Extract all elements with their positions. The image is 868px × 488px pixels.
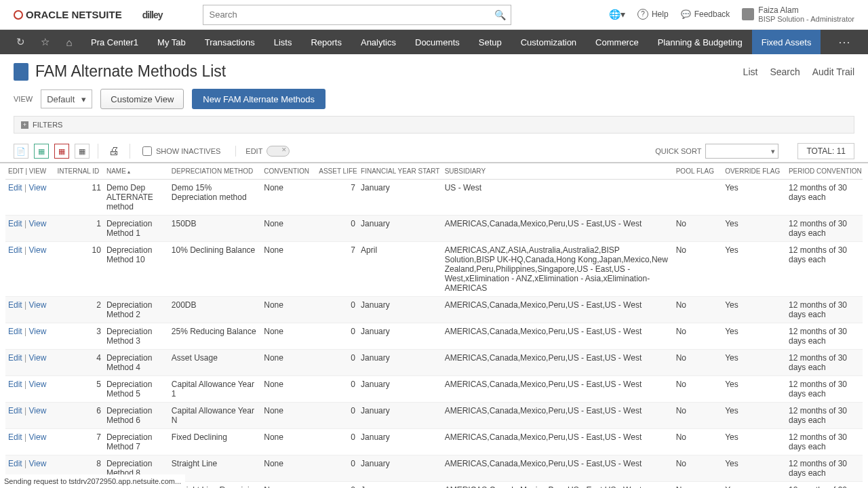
table-row: Edit | View5Depreciation Method 5Capital…: [5, 376, 863, 403]
search-icon[interactable]: 🔍: [494, 9, 506, 20]
nav-item-transactions[interactable]: Transactions: [195, 30, 264, 54]
col-period-convention[interactable]: PERIOD CONVENTION: [786, 163, 863, 180]
total-count: TOTAL: 11: [797, 143, 854, 159]
nav-item-documents[interactable]: Documents: [406, 30, 469, 54]
language-icon[interactable]: 🌐▾: [609, 9, 625, 20]
view-link[interactable]: View: [29, 183, 47, 192]
top-bar: ORACLE NETSUITE dilley 🔍 🌐▾ ?Help 💬Feedb…: [0, 0, 868, 30]
table-row: Edit | View7Depreciation Method 7Fixed D…: [5, 429, 863, 455]
edit-link[interactable]: Edit: [8, 406, 22, 415]
oracle-logo: ORACLE NETSUITE: [14, 9, 122, 20]
export-excel-icon[interactable]: ▦: [75, 144, 90, 159]
nav-item-lists[interactable]: Lists: [264, 30, 302, 54]
export-csv-icon[interactable]: ▦: [34, 144, 49, 159]
chevron-down-icon: ▾: [81, 94, 86, 104]
edit-link[interactable]: Edit: [8, 245, 22, 255]
home-icon[interactable]: ⌂: [57, 37, 81, 48]
col-asset-life[interactable]: ASSET LIFE: [316, 163, 358, 180]
nav-item-customization[interactable]: Customization: [511, 30, 586, 54]
nav-item-commerce[interactable]: Commerce: [586, 30, 648, 54]
expand-icon: +: [21, 121, 28, 129]
col-name[interactable]: NAME: [104, 163, 169, 180]
controls-row: VIEW Default ▾ Customize View New FAM Al…: [0, 86, 868, 116]
nav-more-icon[interactable]: ⋯: [830, 35, 860, 49]
company-logo: dilley: [142, 9, 163, 20]
status-bar: Sending request to tstdrv2072950.app.net…: [0, 474, 185, 488]
col-subsidiary[interactable]: SUBSIDIARY: [442, 163, 673, 180]
view-link[interactable]: View: [29, 353, 47, 363]
user-menu[interactable]: Faiza Alam BISP Solution - Administrator: [742, 5, 854, 24]
nav-item-reports[interactable]: Reports: [301, 30, 351, 54]
view-dropdown[interactable]: Default ▾: [41, 89, 92, 108]
view-link[interactable]: View: [29, 380, 47, 389]
edit-link[interactable]: Edit: [8, 219, 22, 228]
export-pdf-icon[interactable]: ▦: [54, 144, 69, 159]
nav-item-planning-budgeting[interactable]: Planning & Budgeting: [648, 30, 752, 54]
nav-item-analytics[interactable]: Analytics: [351, 30, 406, 54]
table-row: Edit | View4Depreciation Method 4Asset U…: [5, 350, 863, 376]
avatar-icon: [742, 8, 754, 20]
edit-link[interactable]: Edit: [8, 327, 22, 336]
view-link[interactable]: View: [29, 459, 47, 468]
print-icon[interactable]: 🖨: [106, 144, 121, 159]
col-internal-id[interactable]: INTERNAL ID: [54, 163, 103, 180]
nav-bar: ↻ ☆ ⌂ Pra Center1My TabTransactionsLists…: [0, 30, 868, 54]
toggle-switch[interactable]: [267, 146, 290, 157]
view-link[interactable]: View: [29, 432, 47, 442]
filters-label: FILTERS: [33, 121, 62, 129]
view-label: VIEW: [14, 95, 33, 103]
edit-link[interactable]: Edit: [8, 353, 22, 363]
history-icon[interactable]: ↻: [8, 36, 33, 48]
col-edit-view[interactable]: EDIT | VIEW: [5, 163, 54, 180]
quick-sort-dropdown[interactable]: ▾: [705, 144, 778, 159]
page-link-search[interactable]: Search: [770, 66, 800, 77]
view-link[interactable]: View: [29, 300, 47, 310]
new-fam-button[interactable]: New FAM Alternate Methods: [192, 89, 326, 109]
table-row: Edit | View1Depreciation Method 1150DBNo…: [5, 216, 863, 242]
edit-link[interactable]: Edit: [8, 300, 22, 310]
page-link-list[interactable]: List: [743, 66, 758, 77]
view-link[interactable]: View: [29, 245, 47, 255]
search-input[interactable]: [203, 5, 511, 25]
edit-link[interactable]: Edit: [8, 432, 22, 442]
col-convention[interactable]: CONVENTION: [261, 163, 316, 180]
view-link[interactable]: View: [29, 219, 47, 228]
chevron-down-icon: ▾: [771, 147, 775, 156]
edit-link[interactable]: Edit: [8, 183, 22, 192]
col-pool-flag[interactable]: POOL FLAG: [673, 163, 722, 180]
table-row: Edit | View3Depreciation Method 325% Red…: [5, 323, 863, 350]
table-row: Edit | View10Depreciation Method 1010% D…: [5, 242, 863, 297]
filters-bar[interactable]: + FILTERS: [14, 116, 854, 134]
nav-item-my-tab[interactable]: My Tab: [148, 30, 195, 54]
page-header: FAM Alternate Methods List ListSearchAud…: [0, 54, 868, 86]
show-inactives-toggle[interactable]: SHOW INACTIVES: [142, 146, 220, 156]
page-link-audit-trail[interactable]: Audit Trail: [812, 66, 854, 77]
view-link[interactable]: View: [29, 327, 47, 336]
user-name: Faiza Alam: [758, 5, 854, 15]
nav-item-pra-center1[interactable]: Pra Center1: [81, 30, 148, 54]
feedback-link[interactable]: 💬Feedback: [681, 9, 730, 19]
edit-link[interactable]: Edit: [8, 380, 22, 389]
edit-link[interactable]: Edit: [8, 459, 22, 468]
toolbar-row: 📄 ▦ ▦ ▦ 🖨 SHOW INACTIVES EDIT QUICK SORT…: [0, 139, 868, 163]
help-icon: ?: [637, 9, 648, 20]
view-link[interactable]: View: [29, 406, 47, 415]
customize-view-button[interactable]: Customize View: [100, 89, 184, 109]
table-row: Edit | View6Depreciation Method 6Capital…: [5, 403, 863, 429]
quick-sort: QUICK SORT ▾: [655, 144, 778, 159]
new-record-icon[interactable]: 📄: [14, 144, 28, 159]
col-depreciation-method[interactable]: DEPRECIATION METHOD: [169, 163, 261, 180]
nav-item-fixed-assets[interactable]: Fixed Assets: [752, 30, 821, 54]
col-financial-year-start[interactable]: FINANCIAL YEAR START: [358, 163, 442, 180]
show-inactives-checkbox[interactable]: [142, 146, 152, 156]
edit-toggle[interactable]: EDIT: [235, 146, 290, 157]
star-icon[interactable]: ☆: [33, 36, 57, 48]
feedback-icon: 💬: [681, 9, 691, 19]
nav-item-setup[interactable]: Setup: [469, 30, 511, 54]
table-row: Edit | View2Depreciation Method 2200DBNo…: [5, 297, 863, 323]
user-role: BISP Solution - Administrator: [758, 15, 854, 24]
col-override-flag[interactable]: OVERRIDE FLAG: [722, 163, 786, 180]
help-link[interactable]: ?Help: [637, 9, 669, 20]
page-title: FAM Alternate Methods List: [35, 62, 226, 81]
results-table: EDIT | VIEWINTERNAL IDNAMEDEPRECIATION M…: [5, 163, 863, 488]
